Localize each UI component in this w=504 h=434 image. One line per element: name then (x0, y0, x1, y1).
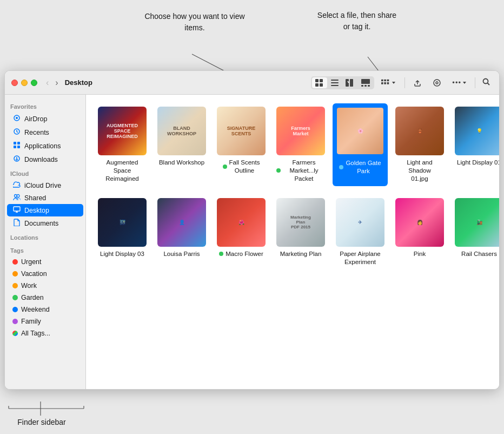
sidebar-item-tag-vacation[interactable]: Vacation (7, 268, 83, 280)
sidebar-item-tag-garden-label: Garden (21, 294, 44, 301)
column-view-button[interactable] (342, 77, 357, 88)
file-thumb-rail: 🚂 (455, 198, 499, 247)
tag-family-dot (12, 319, 18, 324)
svg-rect-21 (331, 85, 339, 86)
share-tag-callout-text: Select a file, then share or tag it. (314, 10, 400, 32)
tag-dot-fall (223, 165, 227, 169)
tag-dot-macro (219, 252, 223, 256)
sidebar-section-tags: Tags (5, 243, 85, 256)
sidebar-item-shared-label: Shared (24, 194, 46, 202)
file-thumb-bland: BLANDWORKSHOP (157, 107, 206, 155)
traffic-lights (11, 80, 37, 86)
file-item-lshadow[interactable]: 🏺 Light and Shadow01.jpg (392, 103, 447, 186)
svg-rect-30 (384, 79, 387, 81)
sidebar-item-airdrop[interactable]: AirDrop (7, 112, 83, 126)
file-item-farmers[interactable]: FarmersMarket FarmersMarket...ly Packet (273, 103, 328, 186)
share-button[interactable] (409, 76, 426, 89)
toolbar-right: ••• (311, 75, 493, 90)
svg-rect-43 (17, 142, 20, 144)
list-view-button[interactable] (328, 77, 342, 88)
sidebar-item-tag-work[interactable]: Work (7, 280, 83, 292)
file-item-ldisplay01[interactable]: 💡 Light Display 01 (452, 103, 499, 186)
close-button[interactable] (11, 80, 18, 86)
applications-icon (12, 141, 21, 150)
tag-button[interactable] (429, 76, 445, 89)
sidebar-item-desktop[interactable]: Desktop (7, 204, 83, 216)
svg-rect-29 (381, 79, 383, 81)
tag-work-dot (12, 283, 18, 288)
file-name-ldisplay01: Light Display 01 (457, 159, 499, 167)
back-button[interactable]: ‹ (44, 77, 51, 89)
svg-point-37 (483, 79, 488, 84)
file-thumb-paper: ✈ (336, 198, 384, 247)
file-item-paper[interactable]: ✈ Paper AirplaneExperiment (333, 195, 388, 269)
file-thumb-fall: SIGNATURESCENTS (217, 107, 266, 155)
sidebar-item-tag-garden[interactable]: Garden (7, 292, 83, 304)
file-thumb-marketing: MarketingPlanPDF 2015 (276, 198, 325, 247)
file-item-bland[interactable]: BLANDWORKSHOP Bland Workshop (154, 103, 209, 186)
tag-weekend-dot (12, 307, 18, 312)
sidebar-item-recents-label: Recents (24, 129, 49, 136)
maximize-button[interactable] (31, 80, 37, 86)
icon-view-button[interactable] (312, 77, 327, 88)
sidebar-item-downloads[interactable]: Downloads (7, 153, 83, 166)
finder-window: ‹ › Desktop (4, 70, 500, 390)
sidebar-item-tag-alltags[interactable]: All Tags... (7, 327, 83, 339)
svg-rect-18 (320, 83, 323, 87)
tag-dot-farmers (276, 168, 281, 173)
file-name-augmented: AugmentedSpace Reimagined (98, 159, 147, 183)
content-area: Favorites AirDrop Recents (5, 95, 499, 389)
finder-sidebar: Favorites AirDrop Recents (5, 95, 86, 389)
downloads-icon (12, 155, 21, 164)
file-name-marketing: Marketing Plan (280, 250, 322, 258)
file-item-fall[interactable]: SIGNATURESCENTS Fall ScentsOutline (214, 103, 269, 186)
group-button[interactable] (377, 77, 400, 89)
svg-rect-42 (14, 142, 16, 144)
svg-rect-44 (14, 146, 16, 148)
sidebar-item-desktop-label: Desktop (24, 207, 49, 214)
icloud-drive-icon (12, 181, 21, 189)
svg-rect-26 (361, 85, 363, 87)
sidebar-item-icloud-drive[interactable]: iCloud Drive (7, 179, 83, 192)
svg-rect-15 (315, 79, 319, 82)
file-thumb-augmented: AUGMENTEDSPACEREIMAGINED (98, 107, 147, 155)
svg-rect-34 (387, 82, 389, 84)
file-item-ldisplay03[interactable]: 🌃 Light Display 03 (95, 195, 150, 269)
toolbar-divider (404, 77, 405, 88)
file-item-macro[interactable]: 🌺 Macro Flower (214, 195, 269, 269)
tag-all-dot (12, 331, 18, 336)
sidebar-item-recents[interactable]: Recents (7, 126, 83, 139)
file-name-pink: Pink (414, 250, 426, 258)
file-name-paper: Paper AirplaneExperiment (340, 250, 380, 266)
file-item-golden[interactable]: 🌸 Golden GatePark (333, 103, 388, 186)
sidebar-item-tag-urgent[interactable]: Urgent (7, 256, 83, 268)
file-item-pink[interactable]: 👩 Pink (392, 195, 447, 269)
file-item-augmented[interactable]: AUGMENTEDSPACEREIMAGINED AugmentedSpace … (95, 103, 150, 186)
search-button[interactable] (480, 75, 493, 90)
gallery-view-button[interactable] (358, 77, 373, 88)
sidebar-item-tag-weekend[interactable]: Weekend (7, 304, 83, 315)
sidebar-item-shared[interactable]: Shared (7, 192, 83, 204)
sidebar-item-documents[interactable]: Documents (7, 216, 83, 230)
svg-rect-25 (361, 79, 370, 84)
forward-button[interactable]: › (53, 77, 60, 89)
tag-dot-golden (339, 165, 343, 169)
svg-rect-20 (331, 82, 339, 83)
svg-rect-19 (331, 80, 339, 81)
file-item-rail[interactable]: 🚂 Rail Chasers (452, 195, 499, 269)
file-item-marketing[interactable]: MarketingPlanPDF 2015 Marketing Plan (273, 195, 328, 269)
sidebar-item-applications[interactable]: Applications (7, 139, 83, 153)
sidebar-item-icloud-label: iCloud Drive (24, 182, 61, 189)
svg-point-40 (16, 117, 18, 119)
sidebar-item-tag-alltags-label: All Tags... (21, 330, 50, 337)
minimize-button[interactable] (21, 80, 28, 86)
sidebar-item-tag-family[interactable]: Family (7, 315, 83, 327)
sidebar-item-downloads-label: Downloads (24, 156, 58, 163)
sidebar-item-applications-label: Applications (24, 142, 61, 150)
sidebar-item-tag-work-label: Work (21, 282, 37, 290)
file-item-louisa[interactable]: 👤 Louisa Parris (154, 195, 209, 269)
tag-garden-dot (12, 295, 18, 300)
sidebar-section-locations: Locations (5, 230, 85, 243)
title-bar: ‹ › Desktop (5, 71, 499, 95)
more-button[interactable]: ••• (448, 76, 470, 89)
